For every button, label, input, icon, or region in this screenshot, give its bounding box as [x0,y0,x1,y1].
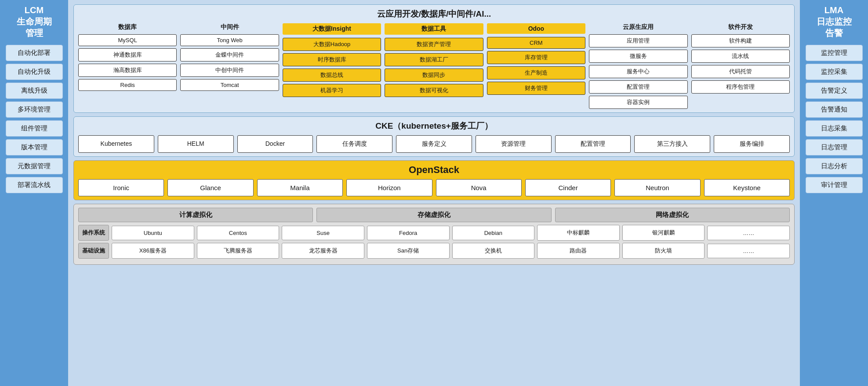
cke-thirdparty: 第三方接入 [634,135,710,153]
os-nova: Nova [436,179,522,196]
odoo-finance: 财务管理 [487,82,585,95]
cloud-section: 云应用开发/数据库/中间件/AI... 数据库 MySQL 神通数据库 瀚高数据… [73,4,795,113]
virt-router: 路由器 [537,243,620,259]
cke-helm: HELM [158,135,234,153]
sidebar-item-moncollect[interactable]: 监控采集 [806,64,863,80]
virt-network: 网络虚拟化 [555,208,790,222]
col-datatools: 数据工具 数据资产管理 数据湖工厂 数据同步 数据可视化 [385,23,483,97]
cke-serviceorch: 服务编排 [714,135,790,153]
mw-tongweb: Tong Web [180,34,279,46]
virt-storage: 存储虚拟化 [316,208,551,222]
virt-header: 计算虚拟化 存储虚拟化 网络虚拟化 [78,208,790,222]
sidebar-item-logcollect[interactable]: 日志采集 [806,120,863,137]
sidebar-item-auditgmr[interactable]: 审计管理 [806,177,863,193]
odoo-crm: CRM [487,37,585,49]
db-mysql: MySQL [78,34,177,46]
cn-containerinstance: 容器实例 [589,96,687,109]
col-cloudnative: 云原生应用 应用管理 微服务 服务中心 配置管理 容器实例 [589,23,687,109]
odoo-manufacturing: 生产制造 [487,66,585,79]
os-ironic: Ironic [78,179,164,196]
col-softwaredev: 软件开发 软件构建 流水线 代码托管 程序包管理 [691,23,790,94]
cloud-section-title: 云应用开发/数据库/中间件/AI... [78,8,790,20]
virt-firewall: 防火墙 [622,243,705,259]
db-shentong: 神通数据库 [78,48,177,61]
virt-centos: Centos [197,226,280,240]
virt-os-row: 操作系统 Ubuntu Centos Suse Fedora Debian 中标… [78,225,790,241]
openstack-section: OpenStack Ironic Glance Manila Horizon N… [73,160,795,200]
sd-pkgmgr: 程序包管理 [691,80,790,94]
cke-section: CKE（kubernetes+服务工厂） Kubernetes HELM Doc… [73,116,795,157]
sidebar-item-metadatamgr[interactable]: 元数据管理 [6,158,63,174]
dt-datalake: 数据湖工厂 [385,53,483,66]
dt-datasync: 数据同步 [385,69,483,82]
db-redis: Redis [78,79,177,91]
main-content: 云应用开发/数据库/中间件/AI... 数据库 MySQL 神通数据库 瀚高数据… [68,0,800,386]
col-database: 数据库 MySQL 神通数据库 瀚高数据库 Redis [78,23,177,91]
virt-infra-row: 基础设施 X86服务器 飞腾服务器 龙芯服务器 San存储 交换机 路由器 防火… [78,243,790,259]
col-cloudnative-title: 云原生应用 [589,23,687,31]
dt-visualization: 数据可视化 [385,84,483,97]
sd-coderepo: 代码托管 [691,65,790,78]
cke-configmgr: 配置管理 [555,135,631,153]
cke-items: Kubernetes HELM Docker 任务调度 服务定义 资源管理 配置… [78,135,790,153]
virt-section: 计算虚拟化 存储虚拟化 网络虚拟化 操作系统 Ubuntu Centos Sus… [73,204,795,265]
sidebar-item-autodeploy[interactable]: 自动化部署 [6,45,63,61]
right-sidebar: LMA日志监控告警 监控管理 监控采集 告警定义 告警通知 日志采集 日志管理 … [800,0,868,386]
virt-feiteng: 飞腾服务器 [197,243,280,259]
sidebar-item-logmgr[interactable]: 日志管理 [806,139,863,155]
sidebar-item-alertnotify[interactable]: 告警通知 [806,101,863,118]
cn-servicecenter: 服务中心 [589,65,687,78]
sidebar-item-deploypipeline[interactable]: 部署流水线 [6,177,63,193]
bigdata-databus: 数据总线 [283,69,381,82]
sidebar-item-componentmgr[interactable]: 组件管理 [6,120,63,137]
virt-os-label: 操作系统 [78,225,109,241]
dt-assetmgr: 数据资产管理 [385,38,483,51]
mw-jindie: 金蝶中间件 [180,48,279,61]
col-middleware: 中间件 Tong Web 金蝶中间件 中创中间件 Tomcat [180,23,279,91]
virt-compute: 计算虚拟化 [78,208,313,222]
col-softwaredev-title: 软件开发 [691,23,790,31]
os-neutron: Neutron [614,179,700,196]
mw-zhongchuang: 中创中间件 [180,64,279,77]
col-odoo: Odoo CRM 库存管理 生产制造 财务管理 [487,23,585,95]
cloud-grid: 数据库 MySQL 神通数据库 瀚高数据库 Redis 中间件 Tong Web… [78,23,790,109]
col-bigdata: 大数据Insight 大数据Hadoop 时序数据库 数据总线 机器学习 [283,23,381,97]
cke-docker: Docker [237,135,313,153]
virt-san: San存储 [367,243,450,259]
virt-infra-label: 基础设施 [78,243,109,259]
virt-switch: 交换机 [452,243,535,259]
virt-os-more: …… [707,226,790,240]
sidebar-item-monmgr[interactable]: 监控管理 [806,45,863,61]
cke-title: CKE（kubernetes+服务工厂） [78,120,790,132]
sidebar-item-versionmgr[interactable]: 版本管理 [6,139,63,155]
cn-microservice: 微服务 [589,50,687,63]
os-manila: Manila [257,179,343,196]
os-keystone: Keystone [704,179,790,196]
os-glance: Glance [167,179,253,196]
cke-resourcemgr: 资源管理 [476,135,552,153]
os-cinder: Cinder [525,179,611,196]
sidebar-item-loganalysis[interactable]: 日志分析 [806,158,863,174]
left-title: LCM生命周期管理 [17,4,52,39]
cke-servicedef: 服务定义 [396,135,472,153]
cn-appmgr: 应用管理 [589,34,687,47]
virt-loongson: 龙芯服务器 [282,243,364,259]
virt-zhongbiao: 中标麒麟 [537,225,620,241]
bigdata-hadoop: 大数据Hadoop [283,38,381,51]
virt-infra-more: …… [707,244,790,258]
sidebar-item-autoupgrade[interactable]: 自动化升级 [6,64,63,80]
virt-debian: Debian [452,226,535,240]
virt-x86server: X86服务器 [112,243,194,259]
col-datatools-title: 数据工具 [385,23,483,35]
col-odoo-title: Odoo [487,23,585,34]
sidebar-item-offlineupgrade[interactable]: 离线升级 [6,83,63,99]
sidebar-item-alertdef[interactable]: 告警定义 [806,83,863,99]
virt-ubuntu: Ubuntu [112,226,194,240]
cke-kubernetes: Kubernetes [78,135,154,153]
sidebar-item-multienv[interactable]: 多环境管理 [6,101,63,118]
cke-taskschedule: 任务调度 [316,135,392,153]
col-bigdata-title: 大数据Insight [283,23,381,35]
col-db-title: 数据库 [78,23,177,31]
sd-pipeline: 流水线 [691,50,790,63]
odoo-inventory: 库存管理 [487,51,585,64]
